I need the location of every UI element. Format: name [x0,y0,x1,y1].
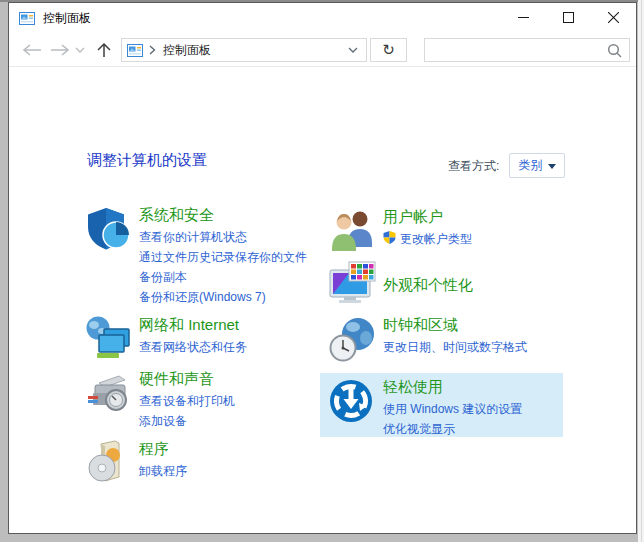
titlebar: 控制面板 [9,3,636,33]
close-button[interactable] [591,3,636,32]
page-title: 调整计算机的设置 [87,151,207,170]
shield-with-pie-icon[interactable] [85,205,133,253]
window-title: 控制面板 [43,10,91,27]
category-ease-of-access: 轻松使用 使用 Windows 建议的设置 优化视觉显示 [329,377,573,439]
category-title-appearance-personalization[interactable]: 外观和个性化 [383,275,473,295]
control-panel-app-icon [19,12,35,25]
category-hardware-sound: 硬件和声音 查看设备和打印机 添加设备 [85,369,317,431]
address-bar[interactable]: 控制面板 [121,38,367,62]
link-uninstall-program[interactable]: 卸载程序 [139,461,317,481]
maximize-icon [563,12,574,23]
breadcrumb-root[interactable]: 控制面板 [163,42,348,59]
up-arrow-icon [97,42,111,58]
link-suggested-settings[interactable]: 使用 Windows 建议的设置 [383,399,573,419]
up-button[interactable] [91,33,117,66]
minimize-button[interactable] [501,3,546,32]
link-change-account-type[interactable]: 更改帐户类型 [400,229,472,249]
category-user-accounts: 用户帐户 更改帐户类型 [329,207,573,255]
navigation-toolbar: 控制面板 ↻ [9,33,636,67]
globe-monitors-icon[interactable] [85,315,133,363]
search-icon[interactable] [607,43,622,58]
category-title-system-security[interactable]: 系统和安全 [139,205,317,225]
view-by-label: 查看方式: [448,158,499,175]
category-title-programs[interactable]: 程序 [139,439,317,459]
link-add-device[interactable]: 添加设备 [139,411,317,431]
forward-button[interactable] [47,33,73,66]
software-box-cd-icon[interactable] [85,439,133,487]
maximize-button[interactable] [546,3,591,32]
category-title-hardware-sound[interactable]: 硬件和声音 [139,369,317,389]
screen: 控制面板 [0,0,644,542]
close-icon [608,12,619,23]
refresh-icon: ↻ [382,41,395,59]
category-appearance-personalization: 外观和个性化 [329,261,473,309]
back-arrow-icon [22,44,42,56]
view-by-value: 类别 [519,157,543,174]
control-panel-window: 控制面板 [8,2,637,534]
address-dropdown-icon[interactable] [348,47,358,53]
category-title-network-internet[interactable]: 网络和 Internet [139,315,317,335]
link-change-date-time-format[interactable]: 更改日期、时间或数字格式 [383,337,573,357]
desktop-right-strip [638,0,644,542]
link-backup-restore-win7[interactable]: 备份和还原(Windows 7) [139,287,317,307]
dropdown-arrow-icon [548,164,556,169]
search-input[interactable] [425,40,607,60]
link-optimize-visual-display[interactable]: 优化视觉显示 [383,419,573,439]
ease-of-access-circle-icon[interactable] [329,377,377,425]
category-title-clock-region[interactable]: 时钟和区域 [383,315,573,335]
globe-clock-icon[interactable] [329,315,377,363]
link-file-history-backup[interactable]: 通过文件历史记录保存你的文件备份副本 [139,247,317,287]
category-programs: 程序 卸载程序 [85,439,317,487]
category-title-ease-of-access[interactable]: 轻松使用 [383,377,573,397]
forward-arrow-icon [50,44,70,56]
category-network-internet: 网络和 Internet 查看网络状态和任务 [85,315,317,363]
chevron-down-icon [75,47,85,53]
refresh-button[interactable]: ↻ [370,38,407,62]
view-by-dropdown[interactable]: 类别 [509,153,565,178]
breadcrumb-chevron-icon[interactable] [149,45,156,55]
category-clock-region: 时钟和区域 更改日期、时间或数字格式 [329,315,573,363]
content-area: 调整计算机的设置 查看方式: 类别 系统和安 [9,67,636,533]
search-box [424,38,630,62]
back-button[interactable] [19,33,45,66]
printer-gauge-icon[interactable] [85,369,133,417]
two-users-icon[interactable] [329,207,377,255]
link-view-network-status[interactable]: 查看网络状态和任务 [139,337,317,357]
link-view-computer-status[interactable]: 查看你的计算机状态 [139,227,317,247]
category-title-user-accounts[interactable]: 用户帐户 [383,207,573,227]
caption-buttons [501,3,636,32]
recent-pages-button[interactable] [73,33,87,66]
minimize-icon [518,12,529,23]
category-system-security: 系统和安全 查看你的计算机状态 通过文件历史记录保存你的文件备份副本 备份和还原… [85,205,317,307]
uac-shield-icon [383,230,396,249]
link-view-devices-printers[interactable]: 查看设备和打印机 [139,391,317,411]
control-panel-breadcrumb-icon [127,44,143,57]
monitor-palette-icon[interactable] [329,261,377,309]
